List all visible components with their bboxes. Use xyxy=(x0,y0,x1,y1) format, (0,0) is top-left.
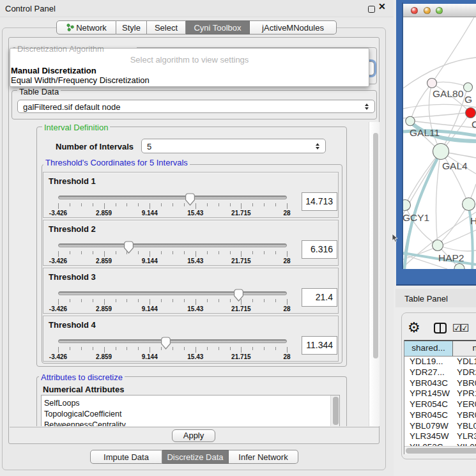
attribute-list-item[interactable]: BetweennessCentrality xyxy=(42,420,339,426)
slider-minor-tick xyxy=(116,203,116,206)
network-node-gal80[interactable] xyxy=(427,79,437,88)
table-row[interactable]: YER054CYER054C xyxy=(404,399,476,410)
table-column-header-2[interactable]: name xyxy=(452,341,476,357)
slider-track[interactable] xyxy=(58,291,287,295)
slider-minor-tick xyxy=(161,299,162,302)
tab-cyni-toolbox[interactable]: Cyni Toolbox xyxy=(186,20,250,35)
slider-minor-tick xyxy=(207,251,208,254)
table-data-combobox[interactable]: galFiltered.sif default node xyxy=(17,100,375,113)
slider-thumb[interactable] xyxy=(233,289,244,302)
interval-definition-group-title: Interval Definition xyxy=(42,123,110,132)
checkbox-icon[interactable]: ☑ xyxy=(460,322,469,334)
network-node-h[interactable] xyxy=(463,198,475,211)
slider-major-tick xyxy=(150,203,150,209)
node-table: shared...name YDL19...YDL194WYDR27...YDR… xyxy=(404,340,476,454)
network-thick-edge[interactable] xyxy=(404,151,441,269)
network-node-gal4[interactable] xyxy=(433,144,449,160)
slider-track[interactable] xyxy=(58,196,287,199)
gear-icon[interactable]: ⚙ xyxy=(408,319,420,336)
network-node-c[interactable] xyxy=(466,108,476,118)
close-traffic-light[interactable] xyxy=(411,7,418,14)
threshold-label: Threshold 3 xyxy=(49,272,96,282)
popup-prompt-item[interactable]: Select algorithm to view settings xyxy=(10,55,369,65)
network-edge[interactable] xyxy=(438,245,476,251)
table-data-group-title: Table Data xyxy=(17,87,61,96)
attributes-scrollbar-thumb[interactable] xyxy=(333,397,339,425)
tab-network[interactable]: Network xyxy=(56,20,116,35)
threshold-value-field[interactable]: 11.344 xyxy=(302,336,337,355)
slider-tick-label: 2.859 xyxy=(96,353,112,360)
slider-minor-tick xyxy=(219,347,219,350)
close-icon[interactable]: ✕ xyxy=(378,1,387,14)
slider-minor-tick xyxy=(81,299,82,302)
table-row[interactable]: YBR043CYBR043C xyxy=(404,378,476,389)
network-node-hap2[interactable] xyxy=(433,240,443,251)
control-panel-title: Control Panel xyxy=(5,4,56,13)
table-row[interactable]: YDR27...YDR277C xyxy=(404,367,476,378)
slider-thumb[interactable] xyxy=(123,241,134,254)
tab-discretize-data[interactable]: Discretize Data xyxy=(162,450,229,464)
threshold-value-field[interactable]: 14.713 xyxy=(302,192,337,211)
slider-minor-tick xyxy=(138,251,139,254)
slider-track[interactable] xyxy=(58,339,287,343)
network-node-gcy1[interactable] xyxy=(403,200,411,211)
network-canvas[interactable]: GAL80GCGAL11GAL4GCY1HHAP2 xyxy=(403,17,476,269)
tab-impute-data[interactable]: Impute Data xyxy=(90,450,162,464)
attribute-list-item[interactable]: TopologicalCoefficient xyxy=(42,409,339,420)
table-horizontal-scrollbar[interactable] xyxy=(404,446,476,454)
panel-scrollbar-thumb[interactable] xyxy=(373,133,378,358)
slider-tick-label: 9.144 xyxy=(142,305,158,312)
table-row[interactable]: YDL19...YDL194W xyxy=(404,357,476,367)
slider-minor-tick xyxy=(207,299,208,302)
tab-jactivemnodules[interactable]: jActiveMNodules xyxy=(250,20,337,35)
threshold-value-field[interactable]: 21.4 xyxy=(302,288,337,307)
network-edge[interactable] xyxy=(436,151,441,245)
slider-thumb[interactable] xyxy=(160,337,171,349)
tab-infer-network[interactable]: Infer Network xyxy=(229,450,298,464)
network-edge[interactable] xyxy=(441,151,468,204)
tab-style[interactable]: Style xyxy=(116,20,147,35)
number-of-intervals-combobox[interactable]: 5 xyxy=(141,139,326,153)
slider-tick-label: 9.144 xyxy=(142,353,158,360)
slider-tick-label: 28 xyxy=(283,210,290,217)
popup-item-equal-width[interactable]: Equal Width/Frequency Discretization xyxy=(11,75,150,85)
slider-minor-tick xyxy=(219,299,219,302)
slider-minor-tick xyxy=(230,251,231,254)
slider-tick-label: 15.43 xyxy=(187,305,203,312)
table-column-header-1[interactable]: shared... xyxy=(404,341,452,357)
network-node-g[interactable] xyxy=(464,83,473,92)
slider-minor-tick xyxy=(173,203,173,206)
numerical-attributes-list[interactable]: SelfLoopsTopologicalCoefficientBetweenne… xyxy=(41,395,340,426)
slider-minor-tick xyxy=(138,203,139,206)
table-cell: YPR145W xyxy=(404,388,452,399)
apply-button[interactable]: Apply xyxy=(172,429,215,442)
threshold-label: Threshold 1 xyxy=(49,176,96,186)
network-node-label: GCY1 xyxy=(403,212,429,223)
table-hscrollbar-thumb[interactable] xyxy=(406,448,476,454)
slider-minor-tick xyxy=(252,347,253,350)
table-row[interactable]: YLR345WYLR345W xyxy=(404,431,476,442)
zoom-traffic-light[interactable] xyxy=(436,7,443,14)
network-thick-edge[interactable] xyxy=(468,204,473,269)
network-node-gal11[interactable] xyxy=(406,116,415,125)
slider-track[interactable] xyxy=(58,243,287,247)
slider-minor-tick xyxy=(275,347,276,350)
slider-thumb[interactable] xyxy=(185,193,196,206)
network-edge[interactable] xyxy=(438,204,468,245)
slider-minor-tick xyxy=(173,347,173,350)
table-row[interactable]: YPR145WYPR145W xyxy=(404,388,476,399)
panel-scrollbar[interactable] xyxy=(369,122,380,426)
threshold-value-field[interactable]: 6.316 xyxy=(302,240,337,259)
float-window-icon[interactable] xyxy=(368,6,375,13)
attribute-list-item[interactable]: SelfLoops xyxy=(42,398,339,409)
popup-item-manual-discretization[interactable]: Manual Discretization xyxy=(11,66,96,75)
threshold-box-2: Threshold 2-3.4262.8599.14415.4321.71528… xyxy=(43,220,339,266)
minimize-traffic-light[interactable] xyxy=(424,7,431,14)
network-edge[interactable] xyxy=(432,17,474,83)
slider-major-tick xyxy=(104,203,105,209)
table-row[interactable]: YBL079WYBL079W xyxy=(404,421,476,432)
tab-select[interactable]: Select xyxy=(147,20,186,35)
table-row[interactable]: YBR045CYBR045C xyxy=(404,410,476,421)
table-cell: YPR145W xyxy=(452,388,476,399)
attributes-list-scrollbar[interactable] xyxy=(330,395,339,426)
